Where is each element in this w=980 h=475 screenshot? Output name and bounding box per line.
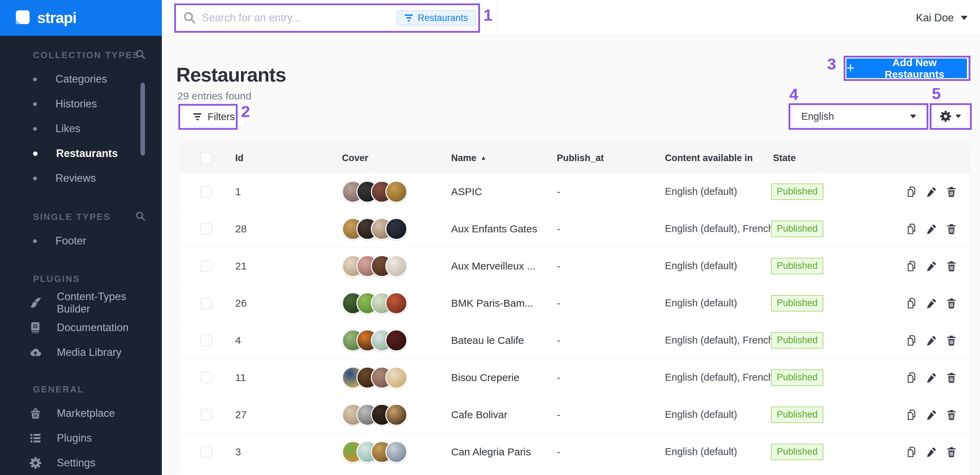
plus-icon: + xyxy=(846,61,854,75)
duplicate-icon[interactable] xyxy=(905,297,917,309)
cover-thumbnails xyxy=(342,181,407,203)
sidebar-item-label: Likes xyxy=(56,122,80,135)
duplicate-icon[interactable] xyxy=(905,186,917,198)
duplicate-icon[interactable] xyxy=(905,446,917,458)
sidebar-item[interactable]: Content-Types Builder xyxy=(0,291,162,315)
column-header-publish-at[interactable]: Publish_at xyxy=(557,143,604,173)
chevron-down-icon xyxy=(956,114,961,118)
row-checkbox[interactable] xyxy=(200,223,212,235)
row-checkbox[interactable] xyxy=(200,409,212,421)
cell-publish-at: - xyxy=(557,322,560,359)
filters-button-label: Filters xyxy=(208,111,235,122)
duplicate-icon[interactable] xyxy=(905,260,917,272)
duplicate-icon[interactable] xyxy=(905,335,917,346)
sidebar-item[interactable]: Histories xyxy=(0,92,162,116)
column-header-cover[interactable]: Cover xyxy=(342,143,368,173)
table-settings-button[interactable] xyxy=(933,106,967,127)
table-row[interactable]: 26 BMK Paris-Bam... - English (default) … xyxy=(179,284,970,322)
entries-table: Id Cover Name ▲ Publish_at Content avail… xyxy=(179,143,970,475)
column-header-content-available-in[interactable]: Content available in xyxy=(665,143,753,173)
delete-icon[interactable] xyxy=(945,409,957,421)
select-all-checkbox[interactable] xyxy=(200,152,212,164)
cell-id: 26 xyxy=(235,284,247,321)
row-checkbox[interactable] xyxy=(200,186,212,198)
topbar: Restaurants Kai Doe xyxy=(162,0,980,36)
delete-icon[interactable] xyxy=(945,297,957,309)
edit-icon[interactable] xyxy=(926,372,937,383)
row-checkbox[interactable] xyxy=(200,446,212,458)
duplicate-icon[interactable] xyxy=(905,409,917,421)
row-checkbox[interactable] xyxy=(200,297,212,309)
cover-photo xyxy=(385,292,407,314)
sidebar-item[interactable]: Reviews xyxy=(0,166,162,191)
sidebar-item[interactable]: Footer xyxy=(0,229,162,253)
delete-icon[interactable] xyxy=(945,186,957,198)
delete-icon[interactable] xyxy=(945,446,957,458)
cell-name: Cafe Bolivar xyxy=(451,396,507,433)
table-row[interactable]: 1 ASPIC - English (default) Published xyxy=(179,173,970,210)
edit-icon[interactable] xyxy=(926,186,937,198)
search-icon[interactable] xyxy=(135,49,146,60)
table-row[interactable]: 21 Aux Merveilleux ... - English (defaul… xyxy=(179,248,970,284)
edit-icon[interactable] xyxy=(926,223,937,235)
column-header-id[interactable]: Id xyxy=(235,143,243,173)
sidebar-item[interactable]: Documentation xyxy=(0,315,162,340)
cell-name: ASPIC xyxy=(451,173,482,210)
row-checkbox[interactable] xyxy=(200,335,212,346)
status-badge: Published xyxy=(771,295,823,311)
sidebar-item[interactable]: Categories xyxy=(0,67,162,92)
edit-icon[interactable] xyxy=(926,297,937,309)
table-row[interactable]: 3 Can Alegria Paris - English (default) … xyxy=(179,433,970,470)
search-input[interactable] xyxy=(202,8,388,27)
edit-icon[interactable] xyxy=(926,446,937,458)
cover-thumbnails xyxy=(342,218,407,240)
edit-icon[interactable] xyxy=(926,260,937,272)
delete-icon[interactable] xyxy=(945,372,957,383)
edit-icon[interactable] xyxy=(926,409,937,421)
cell-publish-at: - xyxy=(557,433,560,470)
table-row[interactable]: 27 Cafe Bolivar - English (default) Publ… xyxy=(179,396,970,433)
sidebar-item[interactable]: Plugins xyxy=(0,426,162,451)
duplicate-icon[interactable] xyxy=(905,223,917,235)
delete-icon[interactable] xyxy=(945,223,957,235)
delete-icon[interactable] xyxy=(945,335,957,346)
filters-button[interactable]: Filters xyxy=(183,107,245,127)
locale-select[interactable]: English xyxy=(792,106,926,127)
table-row[interactable]: 11 Bisou Creperie - English (default), F… xyxy=(179,359,970,396)
user-menu[interactable]: Kai Doe xyxy=(916,0,967,35)
row-checkbox[interactable] xyxy=(200,372,212,383)
duplicate-icon[interactable] xyxy=(905,372,917,383)
table-body: 1 ASPIC - English (default) Published xyxy=(179,173,970,470)
column-header-state[interactable]: State xyxy=(773,143,796,173)
column-header-name[interactable]: Name ▲ xyxy=(451,143,486,173)
edit-icon[interactable] xyxy=(926,335,937,346)
cell-publish-at: - xyxy=(557,210,560,247)
sidebar-item[interactable]: Likes xyxy=(0,116,162,141)
table-row[interactable]: 28 Aux Enfants Gates - English (default)… xyxy=(179,210,970,248)
cell-id: 28 xyxy=(235,210,247,247)
sidebar-item[interactable]: Media Library xyxy=(0,340,162,365)
delete-icon[interactable] xyxy=(945,260,957,272)
cell-content-available-in: English (default) xyxy=(665,284,737,321)
cover-photo xyxy=(385,367,407,389)
sidebar-item-icon xyxy=(29,407,42,419)
sidebar-item[interactable]: Restaurants xyxy=(0,141,162,166)
sort-asc-icon: ▲ xyxy=(481,154,487,161)
sidebar-item[interactable]: Marketplace xyxy=(0,401,162,426)
annotation-label-3: 3 xyxy=(827,54,836,73)
cover-photo xyxy=(385,255,407,277)
search-icon[interactable] xyxy=(135,211,146,222)
table-row[interactable]: 4 Bateau le Calife - English (default), … xyxy=(179,322,970,359)
row-checkbox[interactable] xyxy=(200,260,212,272)
filter-chip-label: Restaurants xyxy=(418,13,468,24)
sidebar-item[interactable]: Settings xyxy=(0,451,162,475)
search-filter-chip[interactable]: Restaurants xyxy=(397,10,476,25)
logo-block[interactable]: strapi xyxy=(0,0,162,36)
sidebar-scrollbar[interactable] xyxy=(140,83,145,156)
filter-icon xyxy=(193,113,202,120)
cover-thumbnails xyxy=(342,329,407,351)
sidebar-item-label: Footer xyxy=(56,235,86,247)
add-new-restaurants-button[interactable]: + Add New Restaurants xyxy=(846,59,967,78)
general-header: GENERAL xyxy=(33,384,84,394)
single-types-header: SINGLE TYPES xyxy=(33,212,111,222)
